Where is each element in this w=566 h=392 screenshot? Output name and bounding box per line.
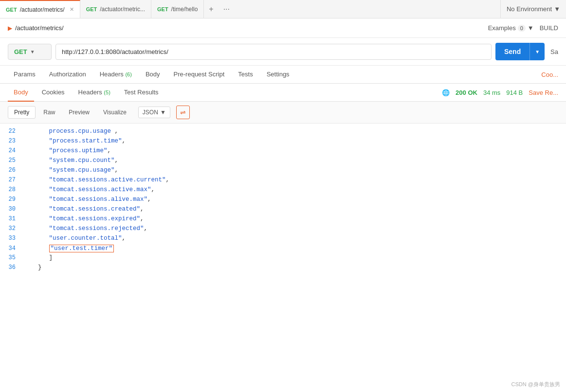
build-button[interactable]: BUILD <box>540 24 558 32</box>
tab-headers[interactable]: Headers (6) <box>94 66 138 84</box>
tab-close-1[interactable]: ✕ <box>70 6 74 13</box>
tab-authorization[interactable]: Authorization <box>43 66 92 84</box>
status-code: 200 OK <box>456 89 477 96</box>
code-line-30: 30 "tomcat.sessions.created", <box>0 205 566 215</box>
code-line-22: 22 process.cpu.usage , <box>0 127 566 137</box>
code-line-23: 23 "process.start.time", <box>0 137 566 147</box>
line-num-35: 35 <box>0 254 23 261</box>
code-line-31: 31 "tomcat.sessions.expired", <box>0 215 566 225</box>
response-size: 914 B <box>506 89 523 96</box>
send-label: Send <box>495 43 529 60</box>
env-selector[interactable]: No Environment ▼ <box>500 0 566 18</box>
line-content-35: ] <box>23 254 566 261</box>
globe-icon: 🌐 <box>442 89 450 96</box>
line-content-27: "tomcat.sessions.active.current", <box>23 177 566 183</box>
json-format-dropdown[interactable]: JSON ▼ <box>138 107 170 118</box>
line-content-32: "tomcat.sessions.rejected", <box>23 225 566 232</box>
examples-button[interactable]: Examples 0 ▼ <box>488 24 534 32</box>
examples-count: 0 <box>518 25 526 32</box>
line-content-31: "tomcat.sessions.expired", <box>23 215 566 222</box>
line-num-32: 32 <box>0 225 23 232</box>
cookies-link[interactable]: Coo... <box>541 71 558 78</box>
tab-actuator-metrics-2[interactable]: GET /actuator/metric... <box>80 0 151 18</box>
tab-path-2: /actuator/metric... <box>100 6 145 13</box>
line-content-22: process.cpu.usage , <box>23 128 566 135</box>
line-num-23: 23 <box>0 138 23 144</box>
code-line-34: 34 "user.test.timer" <box>0 244 566 254</box>
line-num-36: 36 <box>0 264 23 271</box>
method-chevron-icon: ▼ <box>30 49 35 54</box>
line-num-24: 24 <box>0 147 23 154</box>
format-raw[interactable]: Raw <box>37 107 61 118</box>
method-label: GET <box>14 48 27 55</box>
tab-params[interactable]: Params <box>8 66 41 84</box>
line-num-30: 30 <box>0 206 23 213</box>
json-format-chevron-icon: ▼ <box>160 109 166 116</box>
tab-pre-request[interactable]: Pre-request Script <box>168 66 231 84</box>
code-line-36: 36 } <box>0 264 566 273</box>
tab-add-button[interactable]: + <box>204 0 218 18</box>
url-input[interactable] <box>55 44 492 60</box>
tab-response-headers[interactable]: Headers (5) <box>73 84 116 102</box>
tabs-bar: GET /actuator/metrics/ ✕ GET /actuator/m… <box>0 0 566 18</box>
line-num-22: 22 <box>0 128 23 135</box>
tab-body[interactable]: Body <box>140 66 166 84</box>
line-content-25: "system.cpu.count", <box>23 157 566 164</box>
line-content-29: "tomcat.sessions.alive.max", <box>23 196 566 203</box>
save-response-button[interactable]: Save Re... <box>529 89 558 96</box>
tab-path-1: /actuator/metrics/ <box>20 6 65 13</box>
response-time: 34 ms <box>483 89 500 96</box>
wrap-button[interactable]: ⇌ <box>176 106 190 119</box>
tab-test-results[interactable]: Test Results <box>118 84 164 102</box>
json-format-label: JSON <box>143 109 158 116</box>
breadcrumb-path: /actuator/metrics/ <box>15 24 64 32</box>
line-content-28: "tomcat.sessions.active.max", <box>23 186 566 193</box>
response-tabs: Body Cookies Headers (5) Test Results 🌐 … <box>0 84 566 102</box>
response-actions: 🌐 200 OK 34 ms 914 B Save Re... <box>442 89 558 96</box>
code-line-27: 27 "tomcat.sessions.active.current", <box>0 176 566 186</box>
line-num-27: 27 <box>0 177 23 183</box>
line-num-28: 28 <box>0 186 23 193</box>
code-line-24: 24 "process.uptime", <box>0 147 566 157</box>
env-chevron: ▼ <box>554 5 560 13</box>
request-line: GET ▼ Send ▼ Sa <box>0 38 566 66</box>
format-pretty[interactable]: Pretty <box>8 106 36 119</box>
send-button[interactable]: Send ▼ <box>495 43 545 60</box>
code-line-25: 25 "system.cpu.count", <box>0 157 566 166</box>
line-content-34: "user.test.timer" <box>23 245 566 252</box>
tab-method-1: GET <box>6 7 17 13</box>
tab-tests[interactable]: Tests <box>232 66 258 84</box>
breadcrumb-actions: Examples 0 ▼ BUILD <box>488 24 558 32</box>
tab-settings[interactable]: Settings <box>261 66 295 84</box>
line-num-34: 34 <box>0 245 23 252</box>
format-preview[interactable]: Preview <box>63 107 95 118</box>
method-dropdown[interactable]: GET ▼ <box>8 44 52 60</box>
code-area: 22 process.cpu.usage , 23 "process.start… <box>0 124 566 365</box>
request-tabs: Params Authorization Headers (6) Body Pr… <box>0 66 566 84</box>
line-content-23: "process.start.time", <box>23 138 566 144</box>
tab-response-body[interactable]: Body <box>8 84 34 102</box>
line-num-26: 26 <box>0 167 23 174</box>
breadcrumb-bar: ▶ /actuator/metrics/ Examples 0 ▼ BUILD <box>0 18 566 38</box>
code-line-35: 35 ] <box>0 254 566 264</box>
line-content-36: } <box>23 264 566 271</box>
line-content-33: "user.counter.total", <box>23 235 566 242</box>
tab-time-hello[interactable]: GET /time/hello <box>151 0 204 18</box>
line-num-31: 31 <box>0 215 23 222</box>
line-content-24: "process.uptime", <box>23 147 566 154</box>
examples-chevron-icon: ▼ <box>528 24 534 32</box>
save-button[interactable]: Sa <box>550 48 558 55</box>
headers-badge: (6) <box>125 71 131 77</box>
tab-response-cookies[interactable]: Cookies <box>36 84 71 102</box>
examples-label: Examples <box>488 24 516 32</box>
send-dropdown-icon[interactable]: ▼ <box>529 43 545 60</box>
tab-method-3: GET <box>157 6 168 12</box>
tab-path-3: /time/hello <box>171 6 198 13</box>
tab-more-button[interactable]: ··· <box>219 0 235 18</box>
breadcrumb-arrow-icon: ▶ <box>8 25 12 32</box>
code-line-32: 32 "tomcat.sessions.rejected", <box>0 225 566 234</box>
tab-actuator-metrics-1[interactable]: GET /actuator/metrics/ ✕ <box>0 0 80 18</box>
format-visualize[interactable]: Visualize <box>97 107 132 118</box>
response-headers-badge: (5) <box>104 89 110 95</box>
code-line-26: 26 "system.cpu.usage", <box>0 166 566 176</box>
